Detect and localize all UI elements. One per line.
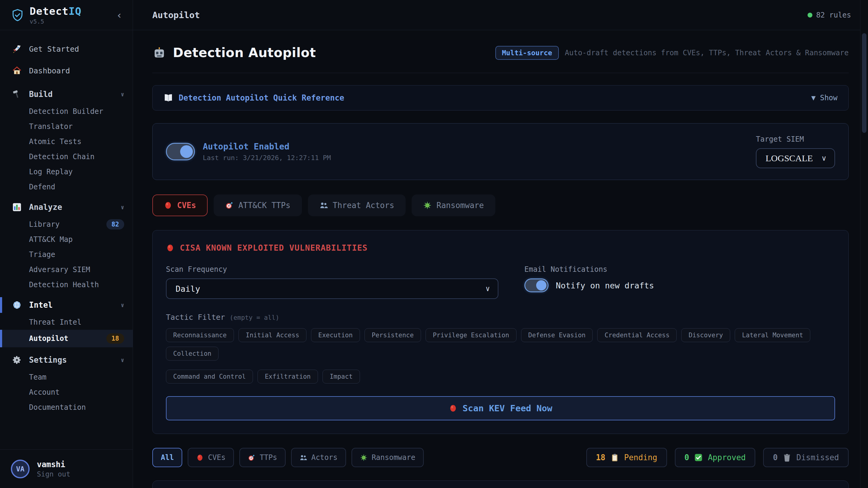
sidebar-item-defend[interactable]: Defend <box>0 180 133 194</box>
sidebar-section-build[interactable]: Build∨ <box>0 85 133 104</box>
clipboard-icon <box>610 453 619 462</box>
scan-kev-label: Scan KEV Feed Now <box>463 403 553 414</box>
user-footer: VA vamshi Sign out <box>0 449 133 488</box>
tactic-chip-initial-access[interactable]: Initial Access <box>239 328 306 342</box>
tactic-chip-lateral-movement[interactable]: Lateral Movement <box>735 328 810 342</box>
tactic-chip-command-and-control[interactable]: Command and Control <box>166 370 253 384</box>
filter-label: Ransomware <box>372 453 415 462</box>
sign-out-link[interactable]: Sign out <box>37 470 70 478</box>
tactic-chip-exfiltration[interactable]: Exfiltration <box>257 370 318 384</box>
stat-pending[interactable]: 18Pending <box>586 448 667 467</box>
sidebar-item-adversary-siem[interactable]: Adversary SIEM <box>0 262 133 277</box>
sidebar-item-library[interactable]: Library82 <box>0 217 133 232</box>
sidebar-item-account[interactable]: Account <box>0 385 133 400</box>
avatar[interactable]: VA <box>11 460 30 478</box>
sidebar-item-att-ck-map[interactable]: ATT&CK Map <box>0 232 133 247</box>
stat-dismissed[interactable]: 0Dismissed <box>763 448 849 467</box>
stat-count: 0 <box>773 453 778 462</box>
tactic-chip-collection[interactable]: Collection <box>166 347 218 361</box>
sidebar-section-analyze[interactable]: Analyze∨ <box>0 197 133 217</box>
type-filters: AllCVEsTTPsActorsRansomware <box>152 448 424 467</box>
scan-frequency-select[interactable]: Daily ∨ <box>166 279 498 299</box>
tab-cves[interactable]: CVEs <box>152 194 208 216</box>
scan-kev-button[interactable]: Scan KEV Feed Now <box>166 396 835 420</box>
filter-actors[interactable]: Actors <box>291 448 346 467</box>
book-icon <box>163 93 173 103</box>
tactic-chip-persistence[interactable]: Persistence <box>365 328 421 342</box>
sidebar-item-atomic-tests[interactable]: Atomic Tests <box>0 134 133 149</box>
filter-label: TTPs <box>259 453 277 462</box>
chevron-down-icon: ∨ <box>121 357 124 363</box>
filter-cves[interactable]: CVEs <box>188 448 234 467</box>
sidebar-item-detection-builder[interactable]: Detection Builder <box>0 104 133 119</box>
quick-reference-bar[interactable]: Detection Autopilot Quick Reference ▼ Sh… <box>152 85 849 110</box>
autopilot-toggle[interactable] <box>166 143 195 160</box>
brand-name: Detect <box>30 5 69 17</box>
sidebar-item-detection-chain[interactable]: Detection Chain <box>0 149 133 164</box>
sidebar-item-team[interactable]: Team <box>0 370 133 385</box>
brand-accent: IQ <box>69 5 82 17</box>
target-icon <box>248 454 255 461</box>
page-subtitle: Auto-draft detections from CVEs, TTPs, T… <box>565 48 849 57</box>
sidebar-item-triage[interactable]: Triage <box>0 247 133 262</box>
sidebar-item-threat-intel[interactable]: Threat Intel <box>0 315 133 330</box>
page-scrollbar-thumb[interactable] <box>862 33 867 133</box>
cisa-heading: CISA KNOWN EXPLOITED VULNERABILITIES <box>180 243 368 253</box>
sidebar-item-documentation[interactable]: Documentation <box>0 400 133 415</box>
sidebar-badge: 18 <box>106 333 124 344</box>
sidebar-item-label: Detection Builder <box>29 107 103 116</box>
sidebar-item-log-replay[interactable]: Log Replay <box>0 164 133 180</box>
status-dot-icon <box>808 13 812 18</box>
tactic-chip-credential-access[interactable]: Credential Access <box>597 328 677 342</box>
shield-logo-icon <box>11 8 24 22</box>
robot-icon <box>152 46 166 60</box>
sidebar-item-label: Triage <box>29 250 55 259</box>
tab-threat-actors[interactable]: Threat Actors <box>308 194 406 216</box>
sidebar-item-detection-health[interactable]: Detection Health <box>0 277 133 292</box>
sidebar-item-autopilot[interactable]: Autopilot18 <box>0 330 133 347</box>
filter-ransomware[interactable]: Ransomware <box>351 448 424 467</box>
sidebar-item-translator[interactable]: Translator <box>0 119 133 134</box>
sidebar-item-label: Threat Intel <box>29 318 81 326</box>
chevron-down-icon: ∨ <box>486 285 490 293</box>
tab-att-ck-ttps[interactable]: ATT&CK TTPs <box>214 194 302 216</box>
page-scrollbar[interactable] <box>860 0 868 488</box>
sidebar-section-label: Analyze <box>29 203 62 212</box>
filter-label: All <box>161 453 174 462</box>
stat-approved[interactable]: 0Approved <box>675 448 755 467</box>
sidebar-item-label: Get Started <box>29 45 79 54</box>
filter-label: CVEs <box>208 453 225 462</box>
hammer-icon <box>12 89 22 99</box>
tactic-chip-impact[interactable]: Impact <box>322 370 360 384</box>
show-toggle[interactable]: ▼ Show <box>811 94 837 102</box>
sidebar-section-settings[interactable]: Settings∨ <box>0 350 133 370</box>
page-header: Detection Autopilot Multi-source Auto-dr… <box>152 45 849 73</box>
app-version: v5.5 <box>30 18 114 25</box>
sidebar-item-dashboard[interactable]: Dashboard <box>0 60 133 82</box>
sidebar-collapse-icon[interactable]: ‹ <box>114 9 125 21</box>
sidebar-item-label: Log Replay <box>29 168 73 176</box>
notify-drafts-label: Notify on new drafts <box>556 281 654 290</box>
people-icon <box>319 201 328 209</box>
target-siem-select[interactable]: LOGSCALE ∨ <box>756 148 835 168</box>
autopilot-panel: Autopilot Enabled Last run: 3/21/2026, 1… <box>152 123 849 180</box>
source-tabs: CVEsATT&CK TTPsThreat ActorsRansomware <box>152 194 849 216</box>
tab-label: Threat Actors <box>333 201 395 210</box>
filter-all[interactable]: All <box>152 448 182 467</box>
filter-ttps[interactable]: TTPs <box>239 448 286 467</box>
check-icon <box>694 453 703 462</box>
tactic-chip-defense-evasion[interactable]: Defense Evasion <box>521 328 593 342</box>
tactic-chip-discovery[interactable]: Discovery <box>681 328 730 342</box>
scan-frequency-label: Scan Frequency <box>166 265 498 273</box>
tactic-chip-privilege-escalation[interactable]: Privilege Escalation <box>426 328 517 342</box>
tab-ransomware[interactable]: Ransomware <box>412 194 495 216</box>
topbar: Autopilot 82 rules <box>133 0 868 30</box>
tactic-chip-execution[interactable]: Execution <box>311 328 360 342</box>
tactic-chip-reconnaissance[interactable]: Reconnaissance <box>166 328 234 342</box>
cisa-panel: CISA KNOWN EXPLOITED VULNERABILITIES Sca… <box>152 230 849 434</box>
sidebar-item-label: ATT&CK Map <box>29 235 73 244</box>
sidebar-section-intel[interactable]: Intel∨ <box>0 295 133 315</box>
sidebar-item-get-started[interactable]: Get Started <box>0 38 133 60</box>
tab-label: Ransomware <box>436 201 484 210</box>
email-notifications-toggle[interactable] <box>524 279 549 292</box>
